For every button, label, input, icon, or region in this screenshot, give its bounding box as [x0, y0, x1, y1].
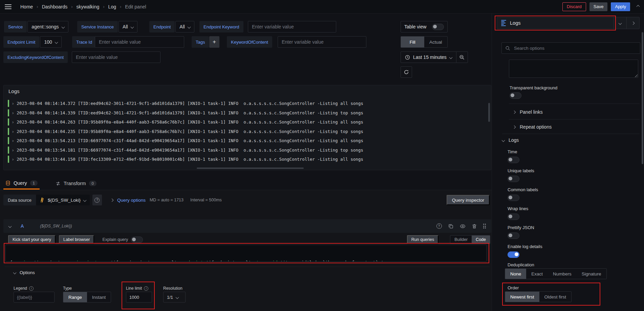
variable-endpoint-value[interactable]: All: [175, 21, 194, 32]
breadcrumb-item[interactable]: Dashboards: [42, 4, 68, 9]
expand-log-icon[interactable]: ›: [12, 138, 14, 143]
tab-transform[interactable]: Transform 0: [53, 177, 99, 190]
options-section-header[interactable]: Options: [14, 270, 35, 275]
query-help-icon[interactable]: ?: [436, 223, 442, 229]
table-view-toggle[interactable]: [432, 24, 444, 30]
options-search-input[interactable]: [513, 45, 637, 51]
editor-mode-option-builder[interactable]: Builder: [450, 236, 472, 244]
refresh-button[interactable]: [401, 66, 412, 78]
viz-picker-expand-button[interactable]: [614, 17, 626, 29]
save-button[interactable]: Save: [589, 2, 608, 11]
type-field-label: Type: [63, 286, 72, 291]
order-option-oldest-first[interactable]: Oldest first: [539, 292, 572, 302]
run-queries-button[interactable]: Run queries: [407, 235, 438, 244]
label-browser-button[interactable]: Label browser: [59, 235, 94, 244]
explain-query-control: Explain query: [102, 237, 143, 243]
log-row[interactable]: ›2023-08-04 08:14:14.372 [TID:eed94c62-3…: [8, 99, 486, 108]
query-type-option-range[interactable]: Range: [63, 292, 87, 302]
prettify-json-toggle[interactable]: [508, 232, 519, 239]
breadcrumb-item[interactable]: skywalking: [77, 4, 100, 9]
line-limit-input[interactable]: [126, 292, 152, 303]
editor-mode-option-code[interactable]: Code: [472, 236, 490, 244]
deduplication-option-signature[interactable]: Signature: [577, 269, 606, 279]
resize-handle-icon[interactable]: [635, 74, 638, 77]
expand-log-icon[interactable]: ›: [12, 101, 14, 106]
tab-query[interactable]: Query 1: [3, 177, 40, 190]
drag-handle-icon[interactable]: [483, 224, 486, 228]
common-labels-toggle[interactable]: [508, 195, 519, 201]
delete-query-icon[interactable]: [472, 224, 477, 229]
enable-log-details-toggle[interactable]: [508, 251, 519, 258]
help-icon: ?: [94, 198, 100, 203]
datasource-picker[interactable]: ${DS_SW_Loki}: [36, 195, 90, 205]
discard-button[interactable]: Discard: [562, 2, 586, 11]
add-tag-button[interactable]: +: [209, 36, 219, 48]
log-row[interactable]: ›2023-08-04 08:13:44.150 [TID:fec13309-e…: [8, 155, 486, 164]
log-row[interactable]: ›2023-08-04 08:14:14.339 [TID:eed94c62-3…: [8, 108, 486, 118]
query-options-link[interactable]: Query options: [117, 198, 146, 203]
deduplication-option-numbers[interactable]: Numbers: [548, 269, 577, 279]
legend-input[interactable]: [14, 292, 55, 303]
collapse-query-icon[interactable]: [8, 224, 12, 228]
datasource-help-button[interactable]: ?: [92, 195, 102, 205]
sidebar-scrollbar[interactable]: [642, 32, 643, 164]
display-mode-option-actual[interactable]: Actual: [424, 37, 448, 47]
collapse-header-icon[interactable]: [637, 5, 639, 8]
deduplication-option-exact[interactable]: Exact: [526, 269, 548, 279]
variable-service-instance-value[interactable]: All: [119, 21, 137, 32]
log-row[interactable]: ›2023-08-04 08:14:04.235 [TID:95b89f0a-e…: [8, 127, 486, 136]
time-toggle[interactable]: [508, 157, 519, 163]
section-logs-options[interactable]: Logs: [502, 137, 519, 143]
variable-service-value[interactable]: agent::songs: [27, 21, 68, 32]
loki-query-code-editor[interactable]: {service='$service', service_instance='$…: [5, 245, 487, 262]
hide-query-icon[interactable]: [460, 224, 466, 229]
option-label: Prettify JSON: [508, 225, 638, 230]
panel-description-textarea[interactable]: [509, 60, 638, 78]
time-range-button[interactable]: Last 15 minutes: [401, 51, 456, 63]
expand-log-icon[interactable]: ›: [12, 110, 14, 115]
expand-log-icon[interactable]: ›: [12, 129, 14, 134]
apply-button[interactable]: Apply: [611, 2, 630, 11]
query-inspector-button[interactable]: Query inspector: [447, 195, 490, 205]
query-type-option-instant[interactable]: Instant: [87, 292, 111, 302]
deduplication-label: Deduplication: [508, 262, 534, 267]
section-repeat-options[interactable]: Repeat options: [513, 124, 552, 130]
variable-endpoint-limit-value[interactable]: 100: [40, 36, 61, 48]
query-row-header[interactable]: A (${DS_SW_Loki}) ?: [3, 219, 491, 233]
breadcrumb-item[interactable]: Home: [20, 4, 33, 9]
keyword-of-content-input[interactable]: [278, 36, 366, 48]
variable-endpoint-keyword-label: Endpoint Keyword: [199, 21, 243, 32]
kick-start-query-button[interactable]: Kick start your query: [8, 235, 56, 244]
zoom-out-time-button[interactable]: [456, 51, 468, 63]
trace-id-input[interactable]: [95, 36, 184, 48]
log-line-text: 2023-08-04 08:13:54.181 [TID:66977074-c3…: [17, 148, 363, 153]
resolution-select[interactable]: 1/1: [163, 292, 186, 303]
log-row[interactable]: ›2023-08-04 08:13:54.213 [TID:66977074-c…: [8, 136, 486, 146]
excluding-keyword-input[interactable]: [72, 51, 160, 63]
collapse-options-pane-button[interactable]: [626, 17, 639, 29]
endpoint-keyword-input[interactable]: [248, 21, 336, 32]
display-mode-option-fill[interactable]: Fill: [401, 37, 424, 47]
unique-labels-toggle[interactable]: [508, 176, 519, 182]
duplicate-query-icon[interactable]: [448, 224, 453, 229]
section-panel-links[interactable]: Panel links: [513, 109, 543, 115]
deduplication-option-none[interactable]: None: [505, 269, 526, 279]
logs-preview-panel: Logs ›2023-08-04 08:14:14.372 [TID:eed94…: [3, 85, 491, 170]
wrap-lines-toggle[interactable]: [508, 214, 519, 220]
breadcrumb-item[interactable]: Log: [108, 4, 116, 9]
log-row[interactable]: ›2023-08-04 08:14:04.263 [TID:95b89f0a-e…: [8, 117, 486, 127]
expand-log-icon[interactable]: ›: [12, 119, 14, 125]
log-row[interactable]: ›2023-08-04 08:13:54.181 [TID:66977074-c…: [8, 146, 486, 155]
vertical-scrollbar[interactable]: [488, 103, 490, 122]
expand-log-icon[interactable]: ›: [12, 148, 14, 153]
visualization-picker-button[interactable]: Logs: [497, 17, 614, 29]
menu-icon[interactable]: [5, 4, 12, 9]
table-view-control: Table view: [401, 21, 448, 32]
horizontal-scrollbar[interactable]: [197, 168, 304, 169]
options-search: [501, 42, 640, 54]
order-option-newest-first[interactable]: Newest first: [505, 292, 539, 302]
explain-query-toggle[interactable]: [131, 237, 143, 243]
expand-log-icon[interactable]: ›: [12, 157, 14, 162]
transparent-background-toggle[interactable]: [510, 92, 521, 99]
query-token: '${service_instance:raw}': [110, 260, 177, 262]
